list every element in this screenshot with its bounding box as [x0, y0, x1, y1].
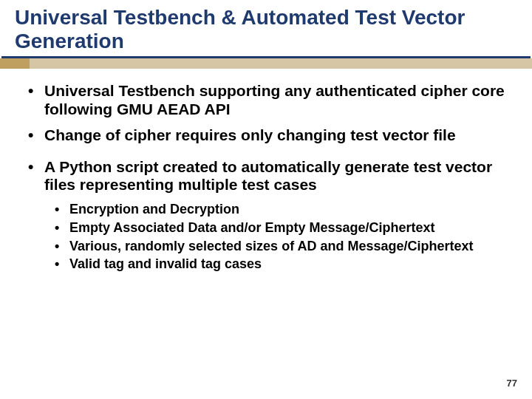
- sub-bullet-item: Valid tag and invalid tag cases: [53, 256, 507, 272]
- sub-bullet-item: Empty Associated Data and/or Empty Messa…: [53, 220, 507, 236]
- slide-title: Universal Testbench & Automated Test Vec…: [1, 0, 531, 58]
- sub-bullet-item: Various, randomly selected sizes of AD a…: [53, 239, 507, 254]
- bullet-text: A Python script created to automatically…: [44, 158, 492, 194]
- page-number: 77: [507, 378, 517, 389]
- bullet-item: Change of cipher requires only changing …: [25, 126, 507, 145]
- sub-bullet-item: Encryption and Decryption: [53, 202, 507, 217]
- slide-body: Universal Testbench supporting any authe…: [0, 69, 532, 272]
- bullet-item: A Python script created to automatically…: [25, 158, 507, 272]
- bullet-item: Universal Testbench supporting any authe…: [25, 82, 507, 119]
- title-underline-accent: [0, 58, 532, 69]
